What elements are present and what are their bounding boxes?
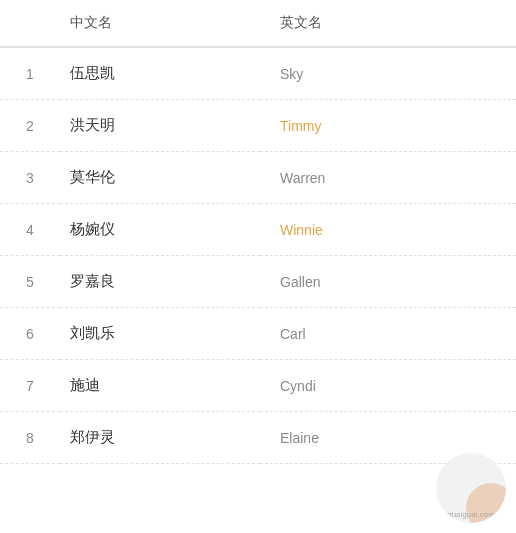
col-header-cn: 中文名 (60, 0, 260, 47)
cell-num: 7 (0, 360, 60, 412)
cell-cn: 施迪 (60, 360, 260, 412)
cell-en: Cyndi (260, 360, 516, 412)
cell-cn: 罗嘉良 (60, 256, 260, 308)
table-row: 6刘凯乐Carl (0, 308, 516, 360)
cell-cn: 郑伊灵 (60, 412, 260, 464)
table-header-row: 中文名 英文名 (0, 0, 516, 47)
table-row: 2洪天明Timmy (0, 100, 516, 152)
cell-en: Timmy (260, 100, 516, 152)
table-row: 3莫华伦Warren (0, 152, 516, 204)
cell-num: 5 (0, 256, 60, 308)
cell-cn: 莫华伦 (60, 152, 260, 204)
main-table: 中文名 英文名 1伍思凯Sky2洪天明Timmy3莫华伦Warren4杨婉仪Wi… (0, 0, 516, 464)
watermark-text: guaiguai.com (436, 510, 506, 519)
cell-en: Carl (260, 308, 516, 360)
cell-cn: 刘凯乐 (60, 308, 260, 360)
watermark-inner-circle (466, 483, 506, 523)
cell-cn: 洪天明 (60, 100, 260, 152)
cell-en: Gallen (260, 256, 516, 308)
table-row: 4杨婉仪Winnie (0, 204, 516, 256)
cell-num: 6 (0, 308, 60, 360)
cell-en: Winnie (260, 204, 516, 256)
cell-num: 1 (0, 47, 60, 100)
cell-en: Sky (260, 47, 516, 100)
cell-cn: 伍思凯 (60, 47, 260, 100)
cell-num: 8 (0, 412, 60, 464)
cell-en: Elaine (260, 412, 516, 464)
table-row: 8郑伊灵Elaine (0, 412, 516, 464)
table-row: 7施迪Cyndi (0, 360, 516, 412)
col-header-num (0, 0, 60, 47)
col-header-en: 英文名 (260, 0, 516, 47)
cell-en: Warren (260, 152, 516, 204)
cell-num: 4 (0, 204, 60, 256)
table-row: 1伍思凯Sky (0, 47, 516, 100)
table-container: 中文名 英文名 1伍思凯Sky2洪天明Timmy3莫华伦Warren4杨婉仪Wi… (0, 0, 516, 464)
table-body: 1伍思凯Sky2洪天明Timmy3莫华伦Warren4杨婉仪Winnie5罗嘉良… (0, 47, 516, 464)
cell-num: 3 (0, 152, 60, 204)
cell-cn: 杨婉仪 (60, 204, 260, 256)
table-row: 5罗嘉良Gallen (0, 256, 516, 308)
cell-num: 2 (0, 100, 60, 152)
